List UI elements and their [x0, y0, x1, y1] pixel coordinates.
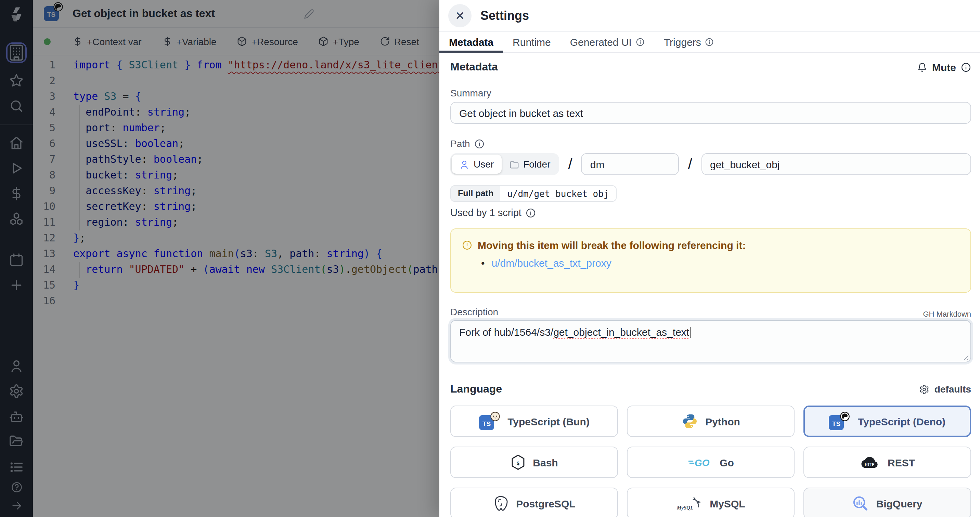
referencing-script-link[interactable]: u/dm/bucket_as_txt_proxy [492, 257, 611, 269]
folder-icon [509, 159, 519, 169]
language-option-go[interactable]: GOGo [627, 447, 795, 478]
move-warning-box: Moving this item will break the followin… [450, 228, 971, 293]
language-option-postgresql[interactable]: PostgreSQL [450, 488, 618, 517]
resize-handle[interactable] [962, 354, 968, 360]
info-icon [636, 38, 645, 46]
path-owner-input[interactable] [581, 153, 679, 175]
svg-text:HTTP: HTTP [865, 462, 875, 466]
app-window: TS Get object in bucket as text +Context… [0, 0, 980, 517]
bell-icon [917, 62, 927, 72]
used-by-row: Used by 1 script [450, 206, 971, 219]
svg-text:$: $ [516, 460, 519, 466]
settings-body: Metadata Mute Summary Path User [439, 53, 980, 517]
postgresql-icon [493, 495, 509, 512]
tab-triggers[interactable]: Triggers [654, 32, 724, 52]
bash-icon: $ [510, 454, 525, 471]
language-option-bash[interactable]: $Bash [450, 447, 618, 478]
svg-text:MySQL: MySQL [676, 505, 693, 510]
info-icon [705, 38, 714, 46]
path-label: Path [450, 138, 971, 150]
mysql-icon: MySQL [676, 495, 702, 511]
tab-metadata[interactable]: Metadata [439, 32, 503, 52]
bigquery-icon [852, 495, 869, 512]
description-label: Description [450, 306, 498, 318]
close-button[interactable]: ✕ [448, 4, 471, 27]
modal-dim-overlay[interactable] [0, 0, 439, 517]
language-option-python[interactable]: Python [627, 406, 795, 437]
tab-runtime[interactable]: Runtime [503, 32, 560, 52]
summary-input[interactable] [450, 102, 971, 124]
svg-text:TS: TS [482, 420, 490, 427]
mute-button[interactable]: Mute [917, 61, 971, 73]
gear-icon [920, 384, 930, 394]
warning-title: Moving this item will break the followin… [478, 239, 746, 251]
language-option-typescript-bun-[interactable]: TSTypeScript (Bun) [450, 406, 618, 437]
ts-deno-icon: TS [829, 412, 850, 431]
python-icon [681, 413, 698, 430]
ts-bun-icon: TS [479, 412, 500, 431]
info-icon[interactable] [526, 208, 536, 218]
go-icon: GO [687, 455, 712, 469]
path-separator: / [688, 155, 692, 173]
drawer-header: ✕ Settings [439, 0, 980, 32]
language-heading: Language [450, 383, 502, 395]
close-icon: ✕ [455, 8, 465, 23]
full-path-badge: Full path u/dm/get_bucket_obj [450, 186, 617, 202]
path-row: User Folder / / [450, 153, 971, 175]
tab-generated-ui[interactable]: Generated UI [560, 32, 654, 52]
rest-icon: HTTP [859, 455, 880, 469]
description-textarea[interactable]: Fork of hub/1564/s3/get_object_in_bucket… [450, 320, 971, 362]
mute-label: Mute [932, 61, 956, 73]
settings-tabs: MetadataRuntimeGenerated UITriggers [439, 32, 980, 53]
language-option-bigquery[interactable]: BigQuery [803, 488, 971, 517]
alert-icon [462, 240, 472, 250]
full-path-label: Full path [451, 186, 500, 201]
markdown-hint: GH Markdown [923, 310, 971, 318]
metadata-heading: Metadata [450, 61, 498, 73]
language-defaults-button[interactable]: defaults [920, 384, 971, 395]
svg-text:TS: TS [832, 420, 841, 427]
svg-text:GO: GO [694, 457, 710, 468]
owner-toggle: User Folder [450, 153, 560, 175]
info-icon[interactable] [961, 62, 971, 72]
path-name-input[interactable] [701, 153, 971, 175]
language-option-rest[interactable]: HTTPREST [803, 447, 971, 478]
summary-label: Summary [450, 87, 971, 99]
user-icon [459, 159, 469, 169]
info-icon[interactable] [474, 138, 485, 149]
owner-toggle-folder[interactable]: Folder [501, 155, 558, 174]
owner-toggle-user[interactable]: User [452, 155, 501, 174]
full-path-value: u/dm/get_bucket_obj [500, 186, 616, 201]
language-grid: TSTypeScript (Bun)PythonTSTypeScript (De… [450, 406, 971, 517]
path-separator: / [568, 155, 573, 173]
language-option-mysql[interactable]: MySQLMySQL [627, 488, 795, 517]
language-option-typescript-deno-[interactable]: TSTypeScript (Deno) [803, 406, 971, 437]
settings-drawer: ✕ Settings MetadataRuntimeGenerated UITr… [439, 0, 980, 517]
text-caret [690, 327, 690, 338]
drawer-title: Settings [480, 8, 529, 23]
